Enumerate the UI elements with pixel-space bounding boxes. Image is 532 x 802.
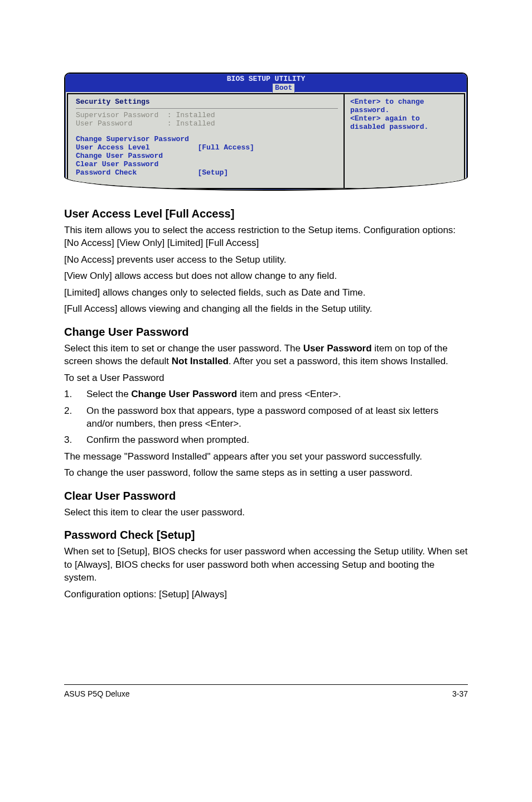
option-limited: [Limited] allows changes only to selecte… (64, 286, 468, 299)
paragraph: To change the user password, follow the … (64, 466, 468, 479)
step-3: 3.Confirm the password when prompted. (64, 433, 468, 446)
clear-user-password-row: Clear User Password (76, 160, 338, 168)
bios-help-line: <Enter> again to (350, 114, 458, 123)
step-2: 2.On the password box that appears, type… (64, 404, 468, 431)
paragraph: This item allows you to select the acces… (64, 224, 468, 250)
bios-help-panel: <Enter> to change password. <Enter> agai… (344, 93, 465, 189)
option-view-only: [View Only] allows access but does not a… (64, 269, 468, 282)
bios-title: BIOS SETUP UTILITY (66, 75, 466, 83)
change-supervisor-password-row: Change Supervisor Password (76, 135, 338, 143)
paragraph: Configuration options: [Setup] [Always] (64, 588, 468, 601)
bios-help-line: disabled password. (350, 123, 458, 131)
page-footer: ASUS P5Q Deluxe 3-37 (64, 684, 468, 698)
paragraph: Select this item to clear the user passw… (64, 506, 468, 519)
user-password-row: User Password : Installed (76, 119, 338, 128)
option-no-access: [No Access] prevents user access to the … (64, 253, 468, 266)
divider (76, 108, 338, 109)
bios-screenshot: BIOS SETUP UTILITY Boot Security Setting… (64, 73, 468, 191)
bios-tab-boot: Boot (272, 83, 295, 93)
footer-left: ASUS P5Q Deluxe (64, 689, 130, 698)
footer-right: 3-37 (452, 689, 468, 698)
heading-password-check: Password Check [Setup] (64, 529, 468, 542)
heading-user-access-level: User Access Level [Full Access] (64, 207, 468, 220)
paragraph: To set a User Password (64, 371, 468, 384)
paragraph: Select this item to set or change the us… (64, 342, 468, 368)
steps-list: 1.Select the Change User Password item a… (64, 388, 468, 447)
heading-clear-user-password: Clear User Password (64, 490, 468, 503)
supervisor-password-row: Supervisor Password : Installed (76, 111, 338, 119)
paragraph: The message "Password Installed" appears… (64, 450, 468, 463)
bios-help-line: password. (350, 106, 458, 114)
heading-change-user-password: Change User Password (64, 326, 468, 339)
paragraph: When set to [Setup], BIOS checks for use… (64, 545, 468, 584)
option-full-access: [Full Access] allows viewing and changin… (64, 302, 468, 315)
bios-help-line: <Enter> to change (350, 98, 458, 106)
step-1: 1.Select the Change User Password item a… (64, 388, 468, 400)
security-settings-heading: Security Settings (76, 98, 338, 106)
change-user-password-row: Change User Password (76, 152, 338, 160)
user-access-level-row: User Access Level [Full Access] (76, 143, 338, 152)
bios-header: BIOS SETUP UTILITY Boot (66, 74, 466, 92)
bios-left-panel: Security Settings Supervisor Password : … (67, 93, 344, 189)
password-check-row: Password Check [Setup] (76, 168, 338, 177)
